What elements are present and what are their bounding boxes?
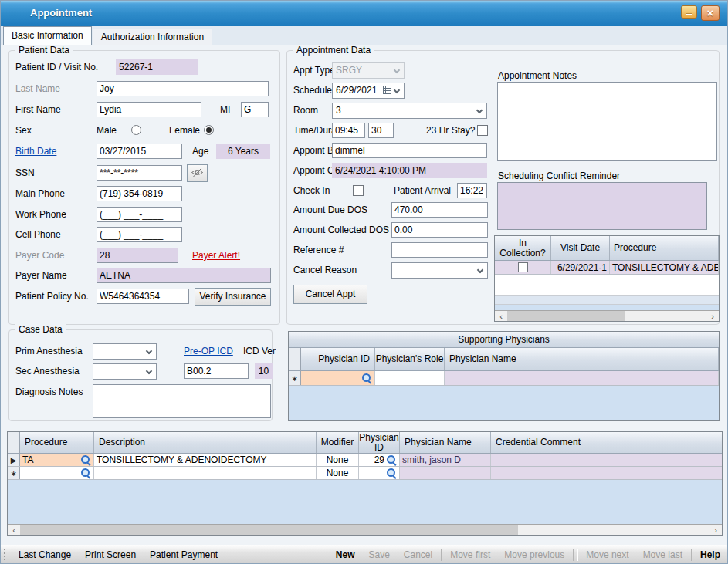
in-collection-checkbox[interactable] (518, 262, 528, 272)
preop-icd-field[interactable] (184, 363, 249, 379)
payer-code-value: 28 (97, 248, 178, 263)
ssn-field[interactable] (97, 165, 182, 181)
patient-arrival-field[interactable] (457, 183, 487, 198)
cell-phone-field[interactable] (97, 227, 182, 242)
female-radio[interactable] (204, 125, 214, 135)
payer-alert-link[interactable]: Payer Alert! (192, 248, 240, 263)
column-header[interactable]: In Collection? (495, 236, 551, 260)
sec-anesthesia-select[interactable] (93, 363, 157, 380)
scrollbar-thumb[interactable] (20, 525, 518, 535)
appointment-notes-textarea[interactable] (497, 82, 717, 161)
physician-id-cell[interactable] (301, 371, 375, 385)
column-header[interactable]: Physician Name (400, 432, 491, 453)
cancel-button[interactable]: Cancel (397, 549, 439, 560)
physician-id-cell[interactable]: 29 (359, 454, 400, 466)
cancel-appt-button[interactable]: Cancel Appt (293, 285, 367, 304)
column-header[interactable]: Physician ID (301, 348, 375, 370)
credential-comment-cell[interactable] (491, 454, 722, 466)
move-first-button[interactable]: Move first (443, 549, 497, 560)
physician-role-cell[interactable] (375, 371, 445, 385)
credential-comment-cell[interactable] (491, 467, 722, 479)
save-button[interactable]: Save (361, 549, 396, 560)
appt-type-select[interactable]: SRGY (332, 62, 405, 79)
visit-date-cell[interactable]: 6/29/2021-1 (551, 261, 610, 274)
scroll-right-icon[interactable]: › (706, 311, 719, 321)
scroll-left-icon[interactable]: ‹ (8, 525, 20, 535)
stay-checkbox[interactable] (477, 125, 488, 136)
column-header[interactable]: Credential Comment (491, 432, 722, 453)
last-name-field[interactable] (97, 81, 269, 96)
new-row-selector[interactable]: ∗ (289, 371, 301, 385)
time-field[interactable] (332, 123, 365, 138)
patient-payment-button[interactable]: Patient Payment (143, 549, 225, 560)
last-change-button[interactable]: Last Change (12, 549, 78, 560)
collections-grid-hscrollbar: ‹ › (495, 310, 719, 321)
verify-insurance-button[interactable]: Verify Insurance (195, 288, 271, 306)
tab-authorization-information[interactable]: Authorization Information (93, 29, 212, 45)
ssn-reveal-button[interactable] (187, 164, 208, 182)
main-phone-field[interactable] (97, 186, 182, 201)
policy-number-field[interactable] (97, 289, 189, 304)
preop-icd-link[interactable]: Pre-OP ICD (184, 343, 233, 359)
prim-anesthesia-select[interactable] (93, 343, 157, 360)
first-name-field[interactable] (97, 102, 201, 117)
modifier-cell[interactable]: None (317, 454, 359, 466)
modifier-cell[interactable]: None (317, 467, 359, 479)
magnifier-icon[interactable] (361, 373, 372, 383)
scrollbar-thumb[interactable] (507, 311, 625, 321)
move-next-button[interactable]: Move next (579, 549, 635, 560)
cancel-reason-select[interactable] (391, 262, 488, 279)
birth-date-link[interactable]: Birth Date (15, 144, 56, 159)
column-header[interactable]: Physician's Role (375, 348, 445, 370)
column-header[interactable]: Visit Date (551, 236, 610, 260)
physician-name-cell[interactable] (400, 467, 491, 479)
room-select[interactable]: 3 (332, 103, 487, 119)
column-header[interactable]: Physician Name (445, 348, 719, 370)
male-radio[interactable] (131, 125, 141, 135)
physician-name-cell[interactable]: smith, jason D (400, 454, 491, 466)
new-row-selector[interactable]: ∗ (8, 467, 20, 479)
column-header[interactable]: Modifier (317, 432, 359, 453)
procedure-cell[interactable]: TONSILLECTOMY & ADENOIDECTOMY (610, 261, 719, 274)
move-previous-button[interactable]: Move previous (497, 549, 571, 560)
procedure-cell[interactable]: TA (20, 454, 94, 466)
column-header[interactable]: Description (94, 432, 317, 453)
description-cell[interactable]: TONSILLECTOMY & ADENOIDECTOMY (94, 454, 317, 466)
column-header[interactable]: Procedure (20, 432, 94, 453)
physician-id-cell[interactable] (359, 467, 400, 479)
scroll-left-icon[interactable]: ‹ (495, 311, 507, 321)
amount-collected-field[interactable] (391, 222, 488, 238)
minimize-button[interactable] (681, 5, 697, 19)
check-in-checkbox[interactable] (353, 185, 364, 196)
magnifier-icon[interactable] (386, 468, 397, 478)
procedure-new-row: ∗ None (8, 467, 722, 480)
magnifier-icon[interactable] (80, 468, 91, 478)
magnifier-icon[interactable] (386, 454, 397, 465)
description-cell[interactable] (94, 467, 317, 479)
work-phone-field[interactable] (97, 207, 182, 222)
in-collection-cell[interactable] (495, 261, 551, 274)
help-button[interactable]: Help (693, 549, 727, 560)
reference-field[interactable] (391, 242, 488, 258)
column-header[interactable]: Physician ID (359, 432, 400, 453)
schedule-date-picker[interactable]: 6/29/2021 (332, 83, 405, 99)
magnifier-icon[interactable] (80, 454, 91, 465)
close-button[interactable]: × (701, 5, 720, 21)
current-row-selector[interactable]: ▶ (8, 454, 20, 466)
mi-field[interactable] (241, 102, 269, 117)
move-last-button[interactable]: Move last (636, 549, 689, 560)
print-screen-button[interactable]: Print Screen (78, 549, 143, 560)
scroll-right-icon[interactable]: › (709, 525, 722, 535)
appoint-by-field[interactable] (332, 143, 487, 158)
procedure-cell[interactable] (20, 467, 94, 479)
tab-basic-information[interactable]: Basic Information (3, 26, 92, 45)
amount-due-field[interactable] (391, 202, 488, 218)
birth-date-field[interactable] (97, 144, 182, 159)
diagnosis-notes-textarea[interactable] (93, 384, 271, 418)
conflict-reminder-textarea[interactable] (497, 182, 707, 230)
column-header[interactable]: Procedure (610, 236, 719, 260)
duration-field[interactable] (368, 123, 394, 138)
new-button[interactable]: New (329, 549, 362, 560)
appt-type-value: SRGY (336, 65, 362, 76)
physician-name-cell[interactable] (445, 371, 719, 385)
